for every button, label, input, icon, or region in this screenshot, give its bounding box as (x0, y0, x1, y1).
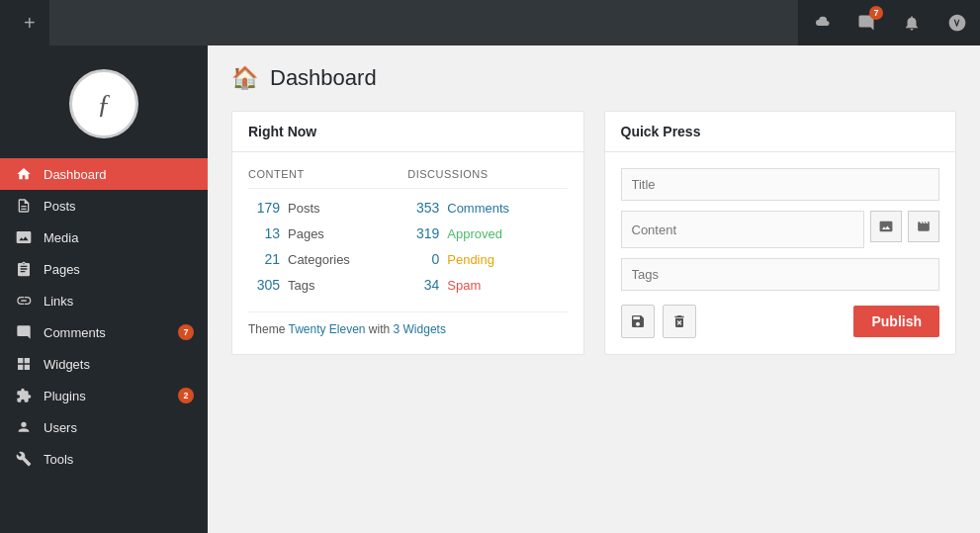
notifications-button[interactable] (889, 0, 935, 45)
spam-disc-label: Spam (447, 278, 481, 293)
insert-image-button[interactable] (870, 211, 902, 242)
main-layout: ƒ Dashboard Posts Media Pages (0, 45, 980, 533)
comments-sidebar-icon (14, 324, 34, 340)
publish-button[interactable]: Publish (853, 306, 939, 337)
quick-press-content-row (621, 211, 940, 248)
theme-link[interactable]: Twenty Eleven (288, 322, 365, 336)
list-item: 13 Pages (248, 221, 407, 246)
quick-press-actions: Publish (621, 305, 940, 338)
footer-middle-text: with (366, 322, 394, 336)
pending-disc-label: Pending (447, 252, 494, 267)
posts-label: Posts (288, 201, 320, 216)
sidebar-logo-area: ƒ (0, 53, 208, 158)
tags-count: 305 (248, 277, 280, 293)
bell-icon (903, 14, 921, 32)
sidebar-item-links-label: Links (44, 294, 194, 309)
pending-disc-count: 0 (407, 251, 439, 267)
tags-label: Tags (288, 278, 314, 293)
comments-button[interactable]: 7 (844, 0, 889, 45)
content-column: Content 179 Posts 13 Pages 21 (248, 168, 407, 298)
sidebar-item-tools-label: Tools (44, 452, 194, 467)
dashboard-page-icon: 🏠 (231, 65, 258, 91)
discussions-column: Discussions 353 Comments 319 Approved 0 (407, 168, 567, 298)
top-bar-right: 7 (798, 0, 980, 45)
insert-media-button[interactable] (908, 211, 939, 242)
tools-icon (14, 451, 34, 467)
sidebar-item-dashboard-label: Dashboard (44, 167, 194, 182)
sidebar-item-pages[interactable]: Pages (0, 253, 208, 285)
comments-sidebar-badge: 7 (178, 324, 194, 340)
quick-press-body: Publish (605, 152, 956, 354)
discussions-column-header: Discussions (407, 168, 567, 189)
posts-count: 179 (248, 200, 280, 216)
widgets-link[interactable]: 3 Widgets (394, 322, 446, 336)
right-now-columns: Content 179 Posts 13 Pages 21 (248, 168, 568, 298)
right-now-widget: Right Now Content 179 Posts 13 (231, 111, 584, 355)
footer-theme-text: Theme (248, 322, 288, 336)
sidebar-item-media[interactable]: Media (0, 222, 208, 253)
image-icon (879, 220, 893, 233)
top-bar-left: + (10, 0, 49, 45)
quick-press-title-input[interactable] (621, 168, 940, 201)
pages-icon (14, 261, 34, 277)
quick-press-widget: Quick Press (604, 111, 957, 355)
categories-count: 21 (248, 251, 280, 267)
trash-icon (671, 313, 687, 329)
list-item: 21 Categories (248, 246, 407, 272)
sidebar-item-users[interactable]: Users (0, 411, 208, 443)
sidebar-item-media-label: Media (44, 230, 194, 245)
film-icon (917, 220, 931, 233)
categories-label: Categories (288, 252, 350, 267)
content-area: 🏠 Dashboard Right Now Content 179 Posts (208, 45, 980, 533)
save-icon (630, 313, 646, 329)
top-bar-search-area (49, 0, 798, 45)
add-new-button[interactable]: + (10, 0, 49, 45)
wp-button[interactable] (935, 0, 980, 45)
sidebar-item-tools[interactable]: Tools (0, 443, 208, 475)
top-bar: + 7 (0, 0, 980, 45)
right-now-footer: Theme Twenty Eleven with 3 Widgets (248, 311, 568, 336)
users-icon (14, 419, 34, 435)
site-logo[interactable]: ƒ (69, 69, 138, 138)
sidebar-item-plugins[interactable]: Plugins 2 (0, 380, 208, 411)
sidebar-item-dashboard[interactable]: Dashboard (0, 158, 208, 190)
sidebar-item-posts[interactable]: Posts (0, 190, 208, 222)
comments-badge: 7 (869, 6, 883, 20)
sidebar-item-comments[interactable]: Comments 7 (0, 316, 208, 348)
quick-press-tags-input[interactable] (621, 258, 940, 291)
sidebar: ƒ Dashboard Posts Media Pages (0, 45, 208, 533)
list-item: 305 Tags (248, 272, 407, 298)
posts-icon (14, 198, 34, 214)
media-icon (14, 229, 34, 245)
links-icon (14, 293, 34, 309)
save-draft-button[interactable] (621, 305, 655, 338)
sidebar-item-users-label: Users (44, 420, 194, 435)
sidebar-item-comments-label: Comments (44, 325, 168, 340)
quick-press-content-input[interactable] (621, 211, 865, 248)
plugins-icon (14, 388, 34, 403)
list-item: 353 Comments (407, 195, 567, 221)
cloud-icon (811, 15, 831, 31)
page-title-row: 🏠 Dashboard (231, 65, 956, 91)
list-item: 179 Posts (248, 195, 407, 221)
quick-press-form: Publish (621, 168, 940, 338)
approved-disc-count: 319 (407, 225, 439, 241)
pages-count: 13 (248, 225, 280, 241)
comments-disc-label: Comments (447, 201, 509, 216)
updates-button[interactable] (798, 0, 844, 45)
pages-label: Pages (288, 226, 324, 241)
approved-disc-label: Approved (447, 226, 502, 241)
list-item: 0 Pending (407, 246, 567, 272)
sidebar-item-plugins-label: Plugins (44, 389, 168, 403)
sidebar-item-widgets[interactable]: Widgets (0, 348, 208, 380)
dashboard-grid: Right Now Content 179 Posts 13 (231, 111, 956, 355)
delete-button[interactable] (663, 305, 696, 338)
comments-disc-count: 353 (407, 200, 439, 216)
quick-press-title: Quick Press (605, 112, 956, 152)
page-title: Dashboard (270, 65, 377, 91)
sidebar-item-links[interactable]: Links (0, 285, 208, 316)
right-now-body: Content 179 Posts 13 Pages 21 (232, 152, 583, 352)
sidebar-item-pages-label: Pages (44, 262, 194, 277)
sidebar-item-posts-label: Posts (44, 199, 194, 214)
plugins-sidebar-badge: 2 (178, 388, 194, 403)
